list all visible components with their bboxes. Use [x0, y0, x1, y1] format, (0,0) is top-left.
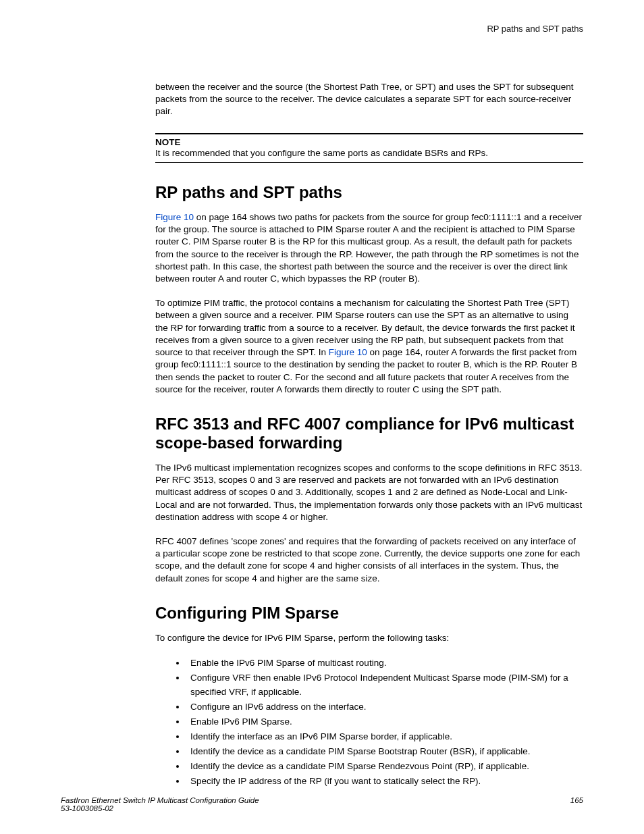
- sec3-para1: To configure the device for IPv6 PIM Spa…: [155, 632, 583, 644]
- page-number: 165: [570, 796, 583, 804]
- list-item: Configure VRF then enable IPv6 Protocol …: [186, 671, 583, 700]
- figure-10-link[interactable]: Figure 10: [155, 212, 194, 222]
- task-list: Enable the IPv6 PIM Sparse of multicast …: [155, 656, 583, 788]
- list-item: Identify the device as a candidate PIM S…: [186, 760, 583, 774]
- note-rule-bottom: [155, 162, 583, 163]
- page-footer: FastIron Ethernet Switch IP Multicast Co…: [61, 796, 583, 812]
- section-heading-configuring: Configuring PIM Sparse: [155, 604, 583, 623]
- section-heading-rfc: RFC 3513 and RFC 4007 compliance for IPv…: [155, 415, 583, 452]
- sec1-para1-text: on page 164 shows two paths for packets …: [155, 212, 582, 284]
- running-header: RP paths and SPT paths: [155, 24, 583, 34]
- sec2-para1: The IPv6 multicast implementation recogn…: [155, 462, 583, 523]
- sec1-para1: Figure 10 on page 164 shows two paths fo…: [155, 211, 583, 285]
- note-label: NOTE: [155, 137, 583, 147]
- footer-docnum: 53-1003085-02: [61, 804, 583, 812]
- note-block: NOTE It is recommended that you configur…: [155, 133, 583, 163]
- sec1-para2: To optimize PIM traffic, the protocol co…: [155, 297, 583, 396]
- list-item: Configure an IPv6 address on the interfa…: [186, 700, 583, 714]
- list-item: Identify the interface as an IPv6 PIM Sp…: [186, 730, 583, 744]
- list-item: Specify the IP address of the RP (if you…: [186, 775, 583, 789]
- note-text: It is recommended that you configure the…: [155, 147, 583, 159]
- footer-title: FastIron Ethernet Switch IP Multicast Co…: [61, 796, 259, 804]
- intro-paragraph: between the receiver and the source (the…: [155, 81, 583, 118]
- sec2-para2: RFC 4007 defines 'scope zones' and requi…: [155, 536, 583, 585]
- note-rule-top: [155, 133, 583, 134]
- list-item: Enable the IPv6 PIM Sparse of multicast …: [186, 656, 583, 671]
- section-heading-rp-paths: RP paths and SPT paths: [155, 183, 583, 202]
- page: RP paths and SPT paths between the recei…: [0, 0, 644, 834]
- figure-10-link-2[interactable]: Figure 10: [329, 347, 367, 357]
- list-item: Enable IPv6 PIM Sparse.: [186, 715, 583, 729]
- list-item: Identify the device as a candidate PIM S…: [186, 745, 583, 759]
